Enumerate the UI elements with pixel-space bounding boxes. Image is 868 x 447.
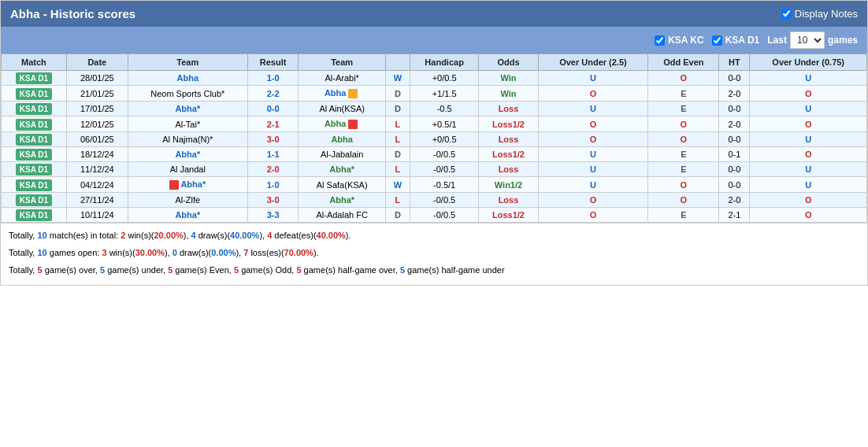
odds-label: Loss1/2	[492, 120, 525, 129]
odds-label: Win	[500, 73, 516, 83]
team1-name[interactable]: Al Najma(N)*	[128, 132, 247, 147]
team2-name[interactable]: Abha	[299, 116, 386, 132]
ksa-d1-filter[interactable]: KSA D1	[712, 35, 760, 46]
page-title: Abha - Historic scores	[10, 7, 135, 20]
odds-result: Win	[479, 71, 538, 86]
display-notes-checkbox[interactable]: Display Notes	[781, 8, 858, 20]
team1-label[interactable]: Al Jandal	[170, 164, 206, 174]
team2-label[interactable]: Al-Adalah FC	[316, 210, 367, 220]
odd-even-label: O	[681, 73, 688, 83]
team1-name[interactable]: Abha*	[128, 177, 247, 193]
team2-name[interactable]: Al-Jabalain	[299, 147, 386, 162]
match-date: 18/12/24	[66, 147, 128, 162]
wdl-indicator: W	[385, 71, 410, 86]
ksa-kc-checkbox[interactable]	[655, 35, 665, 46]
team2-label[interactable]: Abha	[325, 88, 347, 98]
team2-name[interactable]: Abha*	[299, 193, 386, 208]
team1-label[interactable]: Abha	[177, 73, 199, 83]
last-games-filter: Last 5 10 15 20 25 30 games	[767, 31, 858, 49]
ou25-label: O	[590, 120, 597, 129]
team2-label[interactable]: Al Safa(KSA)	[317, 180, 368, 190]
team1-name[interactable]: Abha*	[128, 208, 247, 223]
team1-name[interactable]: Al Jandal	[128, 162, 247, 177]
col-ou25: Over Under (2.5)	[538, 54, 648, 71]
result-score: 2-0	[267, 164, 280, 174]
team1-name[interactable]: Abha*	[128, 147, 247, 162]
team2-label[interactable]: Al Ain(KSA)	[319, 104, 364, 113]
ou25-value: O	[538, 116, 648, 132]
halftime-score: 0-0	[719, 102, 750, 116]
ou25-value: O	[538, 208, 648, 223]
team2-name[interactable]: Abha	[299, 132, 386, 147]
total-games-open: 10	[37, 248, 46, 257]
team2-name[interactable]: Abha	[299, 86, 386, 102]
odd-even-value: O	[648, 132, 719, 147]
team2-label[interactable]: Abha	[331, 135, 353, 144]
league-badge: KSA D1	[16, 194, 52, 206]
ou075-label: U	[805, 164, 811, 174]
result-score: 1-0	[267, 73, 280, 83]
team1-label[interactable]: Al-Zlfe	[175, 195, 200, 205]
table-row: KSA D111/12/24Al Jandal2-0Abha*L-0/0.5Lo…	[2, 162, 867, 177]
games-select[interactable]: 5 10 15 20 25 30	[790, 31, 825, 49]
team1-name[interactable]: Neom Sports Club*	[128, 86, 247, 102]
odds-label: Loss	[499, 135, 519, 144]
total-wins: 2	[121, 231, 125, 240]
odd-even-value: E	[648, 86, 719, 102]
team2-name[interactable]: Al Safa(KSA)	[299, 177, 386, 193]
ksa-kc-filter[interactable]: KSA KC	[655, 35, 704, 46]
odd-even-label: O	[681, 120, 688, 129]
match-badge: KSA D1	[2, 193, 67, 208]
col-date: Date	[66, 54, 128, 71]
team1-label[interactable]: Neom Sports Club*	[150, 89, 224, 98]
handicap-value: -0.5/1	[410, 177, 479, 193]
team1-label[interactable]: Abha*	[175, 150, 200, 159]
team2-name[interactable]: Al-Arabi*	[299, 71, 386, 86]
ksa-d1-checkbox[interactable]	[712, 35, 722, 46]
team2-label[interactable]: Al-Jabalain	[321, 150, 363, 159]
display-notes-input[interactable]	[781, 9, 792, 19]
ou075-value: U	[750, 102, 867, 116]
wdl-indicator: L	[385, 116, 410, 132]
table-row: KSA D104/12/24Abha*1-0Al Safa(KSA)W-0.5/…	[2, 177, 867, 193]
team2-name[interactable]: Al-Adalah FC	[299, 208, 386, 223]
match-badge: KSA D1	[2, 208, 67, 223]
team1-label[interactable]: Abha*	[175, 104, 200, 113]
match-date: 28/01/25	[66, 71, 128, 86]
team1-label[interactable]: Al Najma(N)*	[162, 135, 213, 144]
handicap-value: -0.5	[410, 102, 479, 116]
match-date: 10/11/24	[66, 208, 128, 223]
odd-even-value: O	[648, 177, 719, 193]
match-badge: KSA D1	[2, 71, 67, 86]
team2-label[interactable]: Al-Arabi*	[325, 73, 358, 83]
ou075-value: U	[750, 132, 867, 147]
odd-even-value: O	[648, 71, 719, 86]
team2-label[interactable]: Abha*	[329, 164, 354, 174]
header-bar: Abha - Historic scores Display Notes	[1, 1, 867, 27]
result-score: 1-1	[267, 150, 280, 159]
summary-section: Totally, 10 match(es) in total: 2 win(s)…	[1, 223, 867, 284]
team1-label[interactable]: Abha*	[180, 179, 206, 189]
team2-name[interactable]: Al Ain(KSA)	[299, 102, 386, 116]
league-badge: KSA D1	[16, 134, 52, 146]
league-badge: KSA D1	[16, 88, 52, 100]
ou25-label: O	[590, 89, 597, 98]
match-result: 1-1	[247, 147, 299, 162]
odds-result: Loss	[479, 132, 538, 147]
ou075-value: O	[750, 208, 867, 223]
odds-label: Loss	[499, 104, 519, 113]
team1-name[interactable]: Abha*	[128, 102, 247, 116]
team1-name[interactable]: Abha	[128, 71, 247, 86]
team1-label[interactable]: Abha*	[175, 210, 200, 220]
match-badge: KSA D1	[2, 102, 67, 116]
team2-label[interactable]: Abha	[325, 119, 347, 128]
team1-label[interactable]: Al-Tai*	[175, 120, 200, 129]
team2-label[interactable]: Abha*	[329, 195, 354, 205]
ou25-label: U	[590, 180, 596, 190]
wdl-label: L	[395, 164, 401, 174]
odd-even-label: E	[681, 164, 686, 174]
team1-name[interactable]: Al-Zlfe	[128, 193, 247, 208]
total-defeats: 4	[267, 231, 272, 240]
team2-name[interactable]: Abha*	[299, 162, 386, 177]
team1-name[interactable]: Al-Tai*	[128, 116, 247, 132]
